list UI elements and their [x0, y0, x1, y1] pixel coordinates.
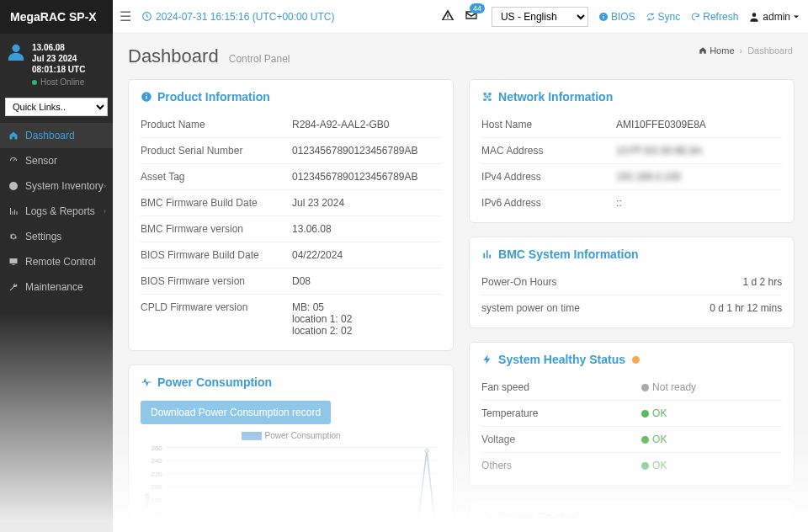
mail-icon[interactable]: 44 [465, 8, 478, 24]
menu-toggle-icon[interactable]: ☰ [113, 8, 138, 24]
health-fan-row: Fan speed Not ready [481, 375, 782, 401]
cpld-row: CPLD Firmware versionMB: 05 location 1: … [141, 295, 441, 343]
svg-point-39 [258, 525, 261, 529]
chevron-right-icon: › [104, 207, 106, 215]
user-icon [748, 11, 760, 23]
power-consumption-panel: Power Consumption Download Power Consump… [128, 364, 454, 532]
nav-inventory[interactable]: System Inventory › [0, 173, 113, 199]
clock-text: 2024-07-31 16:15:16 (UTC+00:00 UTC) [156, 11, 334, 23]
svg-point-56 [416, 524, 419, 528]
topbar: MegaRAC SP-X ☰ 2024-07-31 16:15:16 (UTC+… [0, 0, 808, 34]
svg-point-36 [229, 525, 232, 529]
health-heading: System Healthy Status [470, 343, 794, 375]
health-volt-row: Voltage OK [481, 427, 782, 453]
svg-point-46 [322, 525, 326, 529]
alert-icon[interactable] [441, 8, 454, 24]
page-subtitle: Control Panel [229, 53, 290, 65]
brand: MegaRAC SP-X [0, 0, 113, 34]
download-power-button[interactable]: Download Power Consumption record [141, 401, 331, 424]
status-dot-icon [641, 384, 649, 391]
svg-text:180: 180 [152, 497, 163, 504]
nav-remote[interactable]: Remote Control [0, 249, 113, 274]
product-name-row: Product NameR284-A92-AAL2-GB0 [141, 112, 441, 138]
page-title: Dashboard Control Panel [128, 45, 793, 67]
status-dot-icon [32, 80, 37, 85]
quicklinks-select[interactable]: Quick Links.. [5, 98, 108, 116]
language-select[interactable]: US - English [492, 7, 588, 27]
ipv6-row: IPv6 Address:: [481, 190, 782, 215]
svg-point-45 [313, 525, 316, 529]
bios-build-row: BIOS Firmware Build Date04/22/2024 [141, 242, 441, 269]
svg-text:200: 200 [152, 484, 163, 492]
main-content: Home › Dashboard Dashboard Control Panel… [113, 34, 808, 532]
nav-logs[interactable]: Logs & Reports › [0, 199, 113, 224]
power-control-panel: Power Control Host is currently on Power… [469, 499, 795, 532]
hostname-row: Host NameAMI10FFE0309E8A [481, 112, 782, 138]
clock: 2024-07-31 16:15:16 (UTC+00:00 UTC) [141, 11, 334, 23]
poh-row: Power-On Hours1 d 2 hrs [481, 269, 782, 295]
svg-point-40 [267, 524, 270, 527]
svg-text:Watt: Watt [143, 493, 151, 508]
status-dot-amber-icon [632, 356, 640, 364]
bios-link[interactable]: BIOS [598, 11, 635, 23]
nav-dashboard[interactable]: Dashboard [0, 123, 113, 148]
wrench-icon [8, 282, 19, 292]
svg-point-50 [360, 525, 364, 529]
svg-point-5 [12, 45, 19, 52]
health-panel: System Healthy Status Fan speed Not read… [469, 342, 795, 486]
home-icon [699, 46, 707, 55]
svg-point-47 [332, 525, 335, 529]
svg-point-30 [173, 525, 177, 529]
user-menu[interactable]: admin [748, 11, 800, 23]
system-info-block: 13.06.08 Jul 23 2024 08:01:18 UTC Host O… [0, 34, 113, 94]
spot-row: system power on time0 d 1 hr 12 mins [481, 295, 782, 321]
fw-version: 13.06.08 [32, 42, 106, 53]
bmc-sys-heading: BMC System Information [470, 237, 794, 269]
product-info-panel: Product Information Product NameR284-A92… [128, 79, 454, 351]
chevron-right-icon: › [104, 182, 106, 190]
sync-link[interactable]: Sync [646, 11, 681, 23]
svg-point-43 [295, 525, 298, 529]
info-icon [598, 12, 609, 22]
user-avatar-icon [7, 42, 25, 61]
home-icon [8, 130, 19, 141]
status-dot-icon [641, 436, 649, 444]
svg-point-37 [238, 525, 242, 529]
svg-point-38 [248, 525, 252, 529]
svg-point-55 [407, 524, 410, 527]
svg-point-51 [369, 524, 373, 528]
svg-point-52 [379, 525, 382, 529]
svg-text:160: 160 [152, 510, 163, 518]
info-icon [141, 91, 152, 103]
nav-maintenance[interactable]: Maintenance [0, 274, 113, 300]
network-icon [481, 91, 493, 103]
svg-point-34 [210, 525, 214, 529]
host-status: Host Online [32, 77, 106, 88]
svg-text:140: 140 [152, 524, 163, 531]
bars-icon [481, 248, 493, 260]
chart-icon [8, 206, 19, 216]
nav-settings[interactable]: Settings [0, 224, 113, 249]
svg-point-29 [164, 515, 167, 519]
svg-rect-8 [146, 96, 146, 99]
refresh-link[interactable]: Refresh [690, 11, 738, 23]
svg-text:220: 220 [152, 471, 163, 478]
sidebar: 13.06.08 Jul 23 2024 08:01:18 UTC Host O… [0, 34, 113, 532]
breadcrumb-home[interactable]: Home [699, 45, 734, 56]
svg-text:240: 240 [152, 457, 163, 465]
bmc-build-row: BMC Firmware Build DateJul 23 2024 [141, 190, 441, 216]
svg-point-31 [183, 523, 186, 526]
info-icon [8, 181, 19, 191]
nav-sensor[interactable]: Sensor [0, 148, 113, 173]
svg-point-35 [220, 524, 223, 528]
svg-point-6 [9, 182, 18, 190]
status-dot-icon [641, 462, 649, 470]
gear-icon [8, 231, 19, 242]
svg-point-53 [388, 524, 391, 528]
clock-icon [141, 11, 152, 22]
svg-point-32 [192, 525, 195, 529]
svg-point-33 [201, 526, 205, 529]
monitor-icon [8, 257, 19, 267]
pulse-icon [141, 376, 152, 388]
svg-point-57 [425, 450, 428, 453]
